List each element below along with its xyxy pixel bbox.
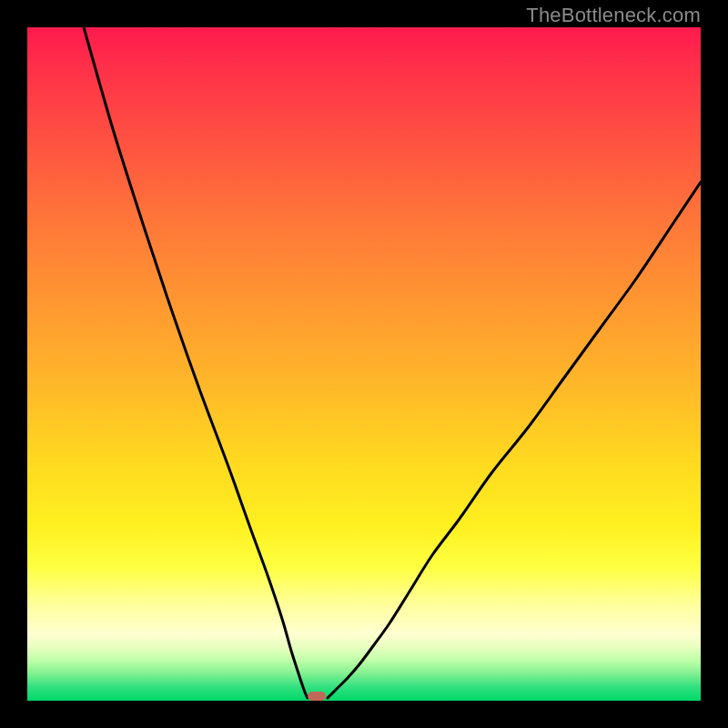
watermark-text: TheBottleneck.com: [526, 4, 701, 27]
curve-right-branch: [328, 182, 701, 698]
plot-area: [27, 27, 701, 701]
optimal-marker: [308, 692, 326, 701]
bottleneck-curve: [27, 27, 701, 701]
curve-left-branch: [84, 27, 308, 698]
